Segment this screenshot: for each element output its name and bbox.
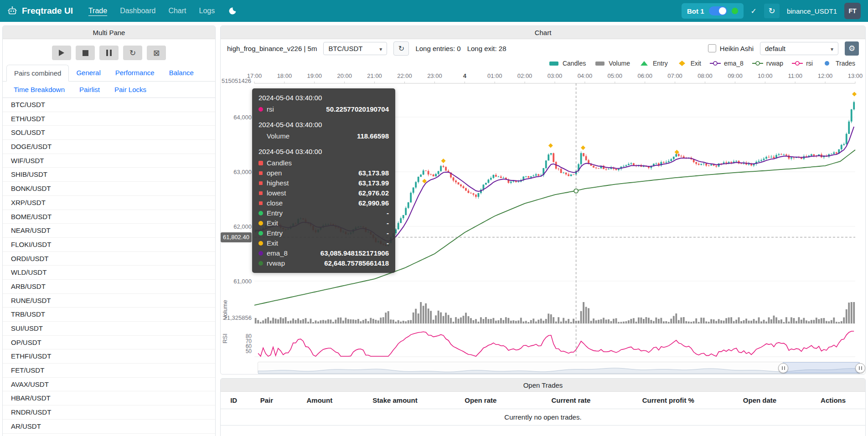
bot-selector[interactable]: Bot 1 bbox=[682, 3, 744, 19]
nav-item-logs[interactable]: Logs bbox=[199, 7, 215, 15]
tab-balance[interactable]: Balance bbox=[162, 65, 201, 81]
chevron-down-icon bbox=[379, 45, 382, 52]
tooltip-section: 2024-05-04 03:40:00Candlesopen63,173.98h… bbox=[258, 147, 389, 268]
svg-text:RSI: RSI bbox=[222, 333, 228, 344]
pair-list-item[interactable]: SUI/USDT bbox=[3, 322, 215, 336]
trades-col-open-date: Open date bbox=[718, 392, 801, 409]
play-icon bbox=[59, 50, 64, 56]
legend-item-rvwap[interactable]: rvwap bbox=[752, 60, 783, 67]
long-exits-label: Long exit: 28 bbox=[467, 45, 506, 52]
long-entries-label: Long entries: 0 bbox=[415, 45, 460, 52]
entry-marker-icon bbox=[258, 231, 263, 236]
plot-config-select[interactable]: default bbox=[760, 42, 838, 55]
bot-toggle[interactable] bbox=[709, 6, 727, 15]
pair-list-item[interactable]: ORDI/USDT bbox=[3, 252, 215, 266]
datazoom-selection[interactable] bbox=[783, 362, 860, 373]
tooltip-row: ema_863,085.948152171906 bbox=[258, 248, 389, 258]
tab-pairlist[interactable]: Pairlist bbox=[72, 82, 107, 97]
pair-list-item[interactable]: SOL/USDT bbox=[3, 126, 215, 140]
trades-col-amount: Amount bbox=[286, 392, 352, 409]
pair-list-item[interactable]: SHIB/USDT bbox=[3, 168, 215, 182]
legend-label: Entry bbox=[653, 60, 668, 67]
legend-item-trades[interactable]: Trades bbox=[821, 60, 855, 67]
legend-item-ema_8[interactable]: ema_8 bbox=[709, 60, 744, 67]
plot-settings-button[interactable] bbox=[845, 41, 859, 56]
pair-list-item[interactable]: BTC/USDT bbox=[3, 98, 215, 112]
heikin-ashi-toggle[interactable]: Heikin Ashi bbox=[708, 44, 754, 52]
pair-list-item[interactable]: AVAX/USDT bbox=[3, 378, 215, 392]
pair-select[interactable]: BTC/USDT bbox=[323, 42, 387, 55]
tooltip-label: Entry bbox=[267, 208, 283, 218]
tab-pairs-combined[interactable]: Pairs combined bbox=[6, 65, 69, 82]
legend-item-exit[interactable]: Exit bbox=[676, 60, 701, 67]
tab-general[interactable]: General bbox=[69, 65, 108, 81]
bot-refresh-button[interactable] bbox=[764, 4, 780, 18]
candles-legend-icon bbox=[548, 60, 560, 67]
legend-item-candles[interactable]: Candles bbox=[548, 60, 586, 67]
play-button[interactable] bbox=[52, 46, 71, 60]
svg-text:17:00: 17:00 bbox=[247, 72, 262, 79]
legend-item-entry[interactable]: Entry bbox=[638, 60, 668, 67]
svg-text:12:00: 12:00 bbox=[818, 72, 833, 79]
pair-list-item[interactable]: XRP/USDT bbox=[3, 196, 215, 210]
pause-button[interactable] bbox=[99, 46, 119, 60]
legend-label: ema_8 bbox=[724, 60, 744, 67]
pair-list-item[interactable]: AR/USDT bbox=[3, 420, 215, 434]
pair-list-item[interactable]: RNDR/USDT bbox=[3, 405, 215, 420]
tab-performance[interactable]: Performance bbox=[108, 65, 162, 81]
pair-list-item[interactable]: NEAR/USDT bbox=[3, 224, 215, 238]
datazoom-slider[interactable] bbox=[258, 362, 859, 374]
pair-list-item[interactable]: BONK/USDT bbox=[3, 182, 215, 196]
tooltip-label: open bbox=[267, 168, 282, 178]
pair-list-item[interactable]: RUNE/USDT bbox=[3, 294, 215, 308]
heikin-ashi-checkbox[interactable] bbox=[708, 44, 716, 52]
svg-text:62,000: 62,000 bbox=[233, 223, 252, 230]
avatar[interactable]: FT bbox=[844, 3, 861, 19]
pause-icon bbox=[106, 50, 112, 56]
navbar-right: Bot 1 ✓ binance_USDT1 FT bbox=[682, 3, 861, 19]
tooltip-value: 62,976.02 bbox=[350, 188, 389, 198]
app-title: Freqtrade UI bbox=[22, 6, 73, 16]
multi-pane-panel: Multi Pane Pairs combinedGeneralPerforma… bbox=[2, 26, 216, 436]
nav-item-chart[interactable]: Chart bbox=[168, 7, 186, 15]
ema_8-marker-icon bbox=[258, 251, 263, 256]
tooltip-value: 63,173.99 bbox=[350, 178, 389, 188]
open-trades-table: IDPairAmountStake amountOpen rateCurrent… bbox=[221, 392, 865, 426]
pair-list-item[interactable]: WIF/USDT bbox=[3, 154, 215, 168]
pair-list-item[interactable]: ETH/USDT bbox=[3, 112, 215, 126]
legend-item-rsi[interactable]: rsi bbox=[791, 60, 813, 67]
tooltip-row: rsi50.22577020190704 bbox=[258, 104, 389, 114]
highest-marker-icon bbox=[259, 181, 263, 185]
pair-list-item[interactable]: OP/USDT bbox=[3, 336, 215, 350]
pair-list-item[interactable]: DOGE/USDT bbox=[3, 140, 215, 154]
datazoom-right-handle[interactable] bbox=[855, 363, 865, 373]
pair-list-item[interactable]: FLOKI/USDT bbox=[3, 238, 215, 252]
pair-list-item[interactable]: BOME/USDT bbox=[3, 210, 215, 224]
tooltip-row: close62,990.96 bbox=[258, 198, 389, 208]
tooltip-row: lowest62,976.02 bbox=[258, 188, 389, 198]
theme-toggle-icon[interactable] bbox=[228, 7, 237, 15]
tooltip-value: 50.22577020190704 bbox=[318, 104, 389, 114]
chart-refresh-button[interactable] bbox=[393, 41, 409, 56]
tab-time-breakdown[interactable]: Time Breakdown bbox=[6, 82, 72, 97]
pair-list-item[interactable]: HBAR/USDT bbox=[3, 391, 215, 405]
pair-list-item[interactable]: ETHFI/USDT bbox=[3, 349, 215, 364]
tab-pair-locks[interactable]: Pair Locks bbox=[107, 82, 154, 97]
reload-config-button[interactable] bbox=[123, 46, 142, 60]
nav-item-trade[interactable]: Trade bbox=[88, 7, 107, 15]
nav-item-dashboard[interactable]: Dashboard bbox=[120, 7, 155, 15]
datazoom-shadow bbox=[258, 362, 860, 374]
svg-text:08:00: 08:00 bbox=[698, 72, 713, 79]
tooltip-row: Candles bbox=[258, 158, 389, 168]
pair-list-item[interactable]: WLD/USDT bbox=[3, 266, 215, 280]
legend-item-volume[interactable]: Volume bbox=[594, 60, 630, 67]
pair-list-item[interactable]: TRB/USDT bbox=[3, 308, 215, 322]
tooltip-row: highest63,173.99 bbox=[258, 178, 389, 188]
chart-area[interactable]: 64,00063,00062,00061,00051505142621,3258… bbox=[221, 69, 865, 374]
pair-list-item[interactable]: ARB/USDT bbox=[3, 280, 215, 294]
pair-list-item[interactable]: FET/USDT bbox=[3, 364, 215, 378]
datazoom-left-handle[interactable] bbox=[778, 363, 788, 373]
stop-button[interactable] bbox=[76, 46, 95, 60]
svg-text:64,000: 64,000 bbox=[233, 114, 252, 121]
cancel-open-orders-button[interactable] bbox=[147, 46, 166, 60]
